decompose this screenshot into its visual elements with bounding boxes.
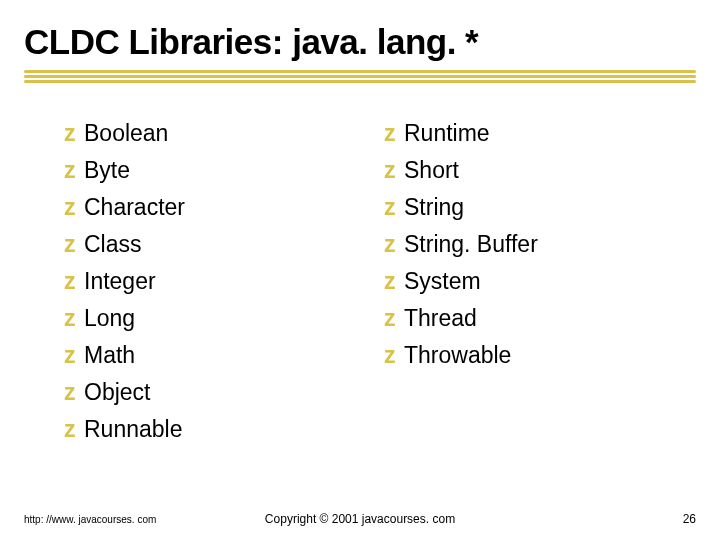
list-item: z Thread bbox=[384, 305, 664, 332]
bullet-icon: z bbox=[384, 122, 402, 145]
title-wrap: CLDC Libraries: java. lang. * bbox=[0, 0, 720, 62]
list-item: z Math bbox=[64, 342, 324, 369]
bullet-icon: z bbox=[64, 381, 82, 404]
item-label: Runnable bbox=[84, 416, 182, 443]
bullet-icon: z bbox=[384, 270, 402, 293]
slide-title: CLDC Libraries: java. lang. * bbox=[24, 22, 696, 62]
list-item: z String. Buffer bbox=[384, 231, 664, 258]
list-item: z Short bbox=[384, 157, 664, 184]
item-label: Integer bbox=[84, 268, 156, 295]
title-underline bbox=[24, 70, 696, 84]
item-label: Throwable bbox=[404, 342, 511, 369]
item-label: Math bbox=[84, 342, 135, 369]
bullet-icon: z bbox=[64, 270, 82, 293]
underline-stroke bbox=[24, 75, 696, 78]
item-label: Byte bbox=[84, 157, 130, 184]
bullet-icon: z bbox=[64, 307, 82, 330]
column-right: z Runtime z Short z String z String. Buf… bbox=[384, 120, 664, 443]
list-item: z Long bbox=[64, 305, 324, 332]
item-label: Runtime bbox=[404, 120, 490, 147]
item-label: Short bbox=[404, 157, 459, 184]
list-item: z String bbox=[384, 194, 664, 221]
list-item: z Byte bbox=[64, 157, 324, 184]
list-item: z Object bbox=[64, 379, 324, 406]
bullet-icon: z bbox=[64, 196, 82, 219]
footer-url: http: //www. javacourses. com bbox=[24, 514, 156, 525]
bullet-icon: z bbox=[64, 418, 82, 441]
item-label: String. Buffer bbox=[404, 231, 538, 258]
item-label: System bbox=[404, 268, 481, 295]
list-item: z System bbox=[384, 268, 664, 295]
list-item: z Character bbox=[64, 194, 324, 221]
list-item: z Class bbox=[64, 231, 324, 258]
bullet-icon: z bbox=[64, 122, 82, 145]
footer-page-number: 26 bbox=[683, 512, 696, 526]
list-item: z Throwable bbox=[384, 342, 664, 369]
footer-copyright: Copyright © 2001 javacourses. com bbox=[265, 512, 455, 526]
item-label: Boolean bbox=[84, 120, 168, 147]
list-item: z Boolean bbox=[64, 120, 324, 147]
bullet-icon: z bbox=[384, 344, 402, 367]
underline-stroke bbox=[24, 70, 696, 73]
list-item: z Runnable bbox=[64, 416, 324, 443]
content-columns: z Boolean z Byte z Character z Class z I… bbox=[0, 84, 720, 443]
item-label: Class bbox=[84, 231, 142, 258]
item-label: Character bbox=[84, 194, 185, 221]
item-label: Long bbox=[84, 305, 135, 332]
bullet-icon: z bbox=[64, 159, 82, 182]
list-item: z Runtime bbox=[384, 120, 664, 147]
bullet-icon: z bbox=[384, 307, 402, 330]
list-item: z Integer bbox=[64, 268, 324, 295]
item-label: String bbox=[404, 194, 464, 221]
slide: CLDC Libraries: java. lang. * z Boolean … bbox=[0, 0, 720, 540]
item-label: Object bbox=[84, 379, 150, 406]
column-left: z Boolean z Byte z Character z Class z I… bbox=[64, 120, 324, 443]
bullet-icon: z bbox=[64, 344, 82, 367]
item-label: Thread bbox=[404, 305, 477, 332]
bullet-icon: z bbox=[64, 233, 82, 256]
bullet-icon: z bbox=[384, 196, 402, 219]
underline-stroke bbox=[24, 80, 696, 83]
bullet-icon: z bbox=[384, 159, 402, 182]
bullet-icon: z bbox=[384, 233, 402, 256]
footer: http: //www. javacourses. com Copyright … bbox=[0, 512, 720, 526]
